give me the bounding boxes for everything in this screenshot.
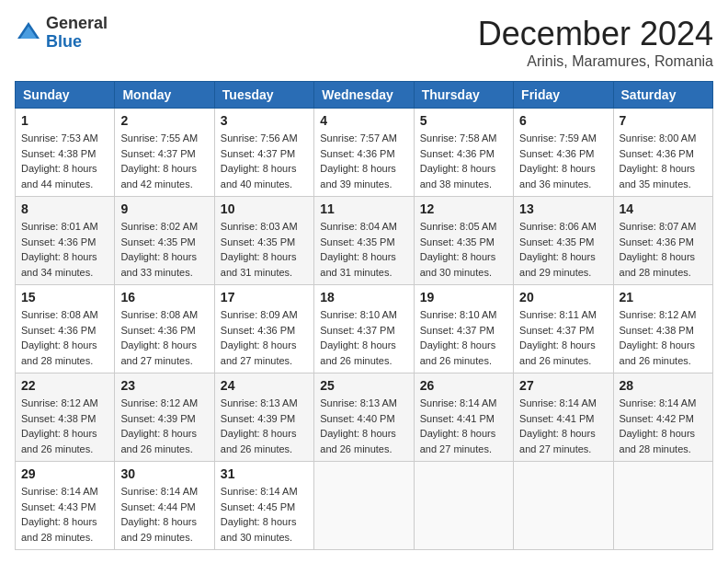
day-number: 16 (120, 290, 208, 304)
day-info: Sunrise: 8:12 AM Sunset: 4:38 PM Dayligh… (620, 307, 707, 368)
day-info: Sunrise: 7:59 AM Sunset: 4:36 PM Dayligh… (519, 131, 607, 191)
weekday-header-sunday: Sunday (16, 82, 115, 109)
day-info: Sunrise: 8:10 AM Sunset: 4:37 PM Dayligh… (420, 307, 507, 368)
day-info: Sunrise: 7:57 AM Sunset: 4:36 PM Dayligh… (320, 131, 407, 191)
calendar-cell: 20 Sunrise: 8:11 AM Sunset: 4:37 PM Dayl… (514, 285, 613, 373)
day-number: 29 (21, 466, 108, 481)
sunrise-label: Sunrise: 7:57 AM (320, 132, 397, 144)
logo-blue: Blue (46, 33, 108, 52)
month-title: December 2024 (478, 15, 713, 53)
sunrise-label: Sunrise: 8:14 AM (21, 486, 98, 497)
calendar-cell: 31 Sunrise: 8:14 AM Sunset: 4:45 PM Dayl… (214, 462, 313, 550)
day-info: Sunrise: 8:07 AM Sunset: 4:36 PM Dayligh… (620, 219, 707, 280)
header: General Blue December 2024 Arinis, Maram… (15, 15, 713, 70)
day-info: Sunrise: 8:14 AM Sunset: 4:43 PM Dayligh… (21, 484, 108, 545)
sunrise-label: Sunrise: 8:08 AM (21, 309, 98, 320)
sunrise-label: Sunrise: 7:59 AM (519, 132, 597, 144)
day-info: Sunrise: 8:13 AM Sunset: 4:40 PM Dayligh… (320, 396, 407, 456)
sunrise-label: Sunrise: 8:12 AM (21, 397, 98, 408)
calendar-table: SundayMondayTuesdayWednesdayThursdayFrid… (15, 81, 713, 550)
weekday-header-friday: Friday (514, 82, 613, 109)
daylight-label: Daylight: 8 hours and 28 minutes. (21, 339, 97, 366)
day-info: Sunrise: 8:14 AM Sunset: 4:44 PM Dayligh… (120, 484, 208, 545)
day-info: Sunrise: 8:14 AM Sunset: 4:45 PM Dayligh… (221, 484, 308, 545)
daylight-label: Daylight: 8 hours and 27 minutes. (519, 428, 596, 454)
day-info: Sunrise: 8:08 AM Sunset: 4:36 PM Dayligh… (120, 307, 208, 368)
calendar-cell (514, 462, 613, 550)
calendar-cell (613, 462, 712, 550)
day-info: Sunrise: 8:12 AM Sunset: 4:38 PM Dayligh… (21, 396, 108, 456)
sunset-label: Sunset: 4:39 PM (221, 413, 295, 424)
sunset-label: Sunset: 4:35 PM (320, 236, 394, 247)
calendar-week-5: 29 Sunrise: 8:14 AM Sunset: 4:43 PM Dayl… (16, 462, 713, 550)
daylight-label: Daylight: 8 hours and 42 minutes. (120, 163, 197, 190)
weekday-header-monday: Monday (115, 82, 214, 109)
weekday-header-wednesday: Wednesday (314, 82, 414, 109)
sunset-label: Sunset: 4:40 PM (320, 413, 394, 424)
day-number: 4 (320, 113, 407, 128)
daylight-label: Daylight: 8 hours and 28 minutes. (620, 251, 696, 278)
day-number: 2 (120, 113, 208, 128)
sunrise-label: Sunrise: 8:14 AM (420, 397, 497, 408)
day-info: Sunrise: 8:14 AM Sunset: 4:41 PM Dayligh… (519, 396, 607, 456)
day-info: Sunrise: 7:55 AM Sunset: 4:37 PM Dayligh… (120, 131, 208, 191)
sunset-label: Sunset: 4:35 PM (120, 236, 195, 247)
day-number: 5 (420, 113, 507, 128)
day-number: 24 (221, 378, 308, 393)
day-number: 1 (21, 113, 108, 128)
daylight-label: Daylight: 8 hours and 38 minutes. (420, 163, 496, 190)
sunrise-label: Sunrise: 7:56 AM (221, 132, 298, 144)
calendar-cell: 21 Sunrise: 8:12 AM Sunset: 4:38 PM Dayl… (613, 285, 712, 373)
day-number: 17 (221, 290, 308, 304)
calendar-cell: 6 Sunrise: 7:59 AM Sunset: 4:36 PM Dayli… (514, 109, 613, 197)
sunset-label: Sunset: 4:41 PM (420, 413, 495, 424)
day-number: 3 (221, 113, 308, 128)
logo-icon (15, 19, 42, 47)
calendar-cell: 18 Sunrise: 8:10 AM Sunset: 4:37 PM Dayl… (314, 285, 414, 373)
day-number: 30 (120, 466, 208, 481)
sunset-label: Sunset: 4:41 PM (519, 413, 594, 424)
calendar-cell: 28 Sunrise: 8:14 AM Sunset: 4:42 PM Dayl… (613, 373, 712, 462)
day-number: 31 (221, 466, 308, 481)
sunset-label: Sunset: 4:38 PM (21, 413, 96, 424)
day-number: 22 (21, 378, 108, 393)
sunset-label: Sunset: 4:35 PM (519, 236, 594, 247)
day-info: Sunrise: 8:12 AM Sunset: 4:39 PM Dayligh… (120, 396, 208, 456)
daylight-label: Daylight: 8 hours and 39 minutes. (320, 163, 396, 190)
sunset-label: Sunset: 4:42 PM (620, 413, 694, 424)
day-number: 19 (420, 290, 507, 304)
location-title: Arinis, Maramures, Romania (478, 53, 713, 70)
calendar-cell: 27 Sunrise: 8:14 AM Sunset: 4:41 PM Dayl… (514, 373, 613, 462)
calendar-body: 1 Sunrise: 7:53 AM Sunset: 4:38 PM Dayli… (16, 109, 713, 550)
calendar-cell: 17 Sunrise: 8:09 AM Sunset: 4:36 PM Dayl… (214, 285, 313, 373)
daylight-label: Daylight: 8 hours and 26 minutes. (320, 428, 396, 454)
sunrise-label: Sunrise: 8:10 AM (320, 309, 397, 320)
sunrise-label: Sunrise: 8:14 AM (519, 397, 597, 408)
sunset-label: Sunset: 4:37 PM (519, 325, 594, 336)
daylight-label: Daylight: 8 hours and 34 minutes. (21, 251, 97, 278)
sunrise-label: Sunrise: 8:05 AM (420, 221, 497, 232)
day-info: Sunrise: 8:06 AM Sunset: 4:35 PM Dayligh… (519, 219, 607, 280)
day-number: 28 (620, 378, 707, 393)
sunrise-label: Sunrise: 7:53 AM (21, 132, 98, 144)
sunrise-label: Sunrise: 8:14 AM (120, 486, 198, 497)
calendar-cell: 10 Sunrise: 8:03 AM Sunset: 4:35 PM Dayl… (214, 197, 313, 285)
day-info: Sunrise: 8:04 AM Sunset: 4:35 PM Dayligh… (320, 219, 407, 280)
daylight-label: Daylight: 8 hours and 26 minutes. (620, 339, 696, 366)
day-number: 14 (620, 201, 707, 216)
daylight-label: Daylight: 8 hours and 33 minutes. (120, 251, 197, 278)
sunrise-label: Sunrise: 8:09 AM (221, 309, 298, 320)
day-number: 18 (320, 290, 407, 304)
day-info: Sunrise: 8:01 AM Sunset: 4:36 PM Dayligh… (21, 219, 108, 280)
day-number: 8 (21, 201, 108, 216)
day-info: Sunrise: 8:11 AM Sunset: 4:37 PM Dayligh… (519, 307, 607, 368)
logo: General Blue (15, 15, 108, 52)
sunset-label: Sunset: 4:36 PM (519, 148, 594, 159)
calendar-cell: 12 Sunrise: 8:05 AM Sunset: 4:35 PM Dayl… (414, 197, 513, 285)
day-number: 26 (420, 378, 507, 393)
weekday-header-row: SundayMondayTuesdayWednesdayThursdayFrid… (16, 82, 713, 109)
calendar-week-4: 22 Sunrise: 8:12 AM Sunset: 4:38 PM Dayl… (16, 373, 713, 462)
sunset-label: Sunset: 4:36 PM (320, 148, 394, 159)
calendar-cell: 7 Sunrise: 8:00 AM Sunset: 4:36 PM Dayli… (613, 109, 712, 197)
sunset-label: Sunset: 4:36 PM (120, 325, 195, 336)
